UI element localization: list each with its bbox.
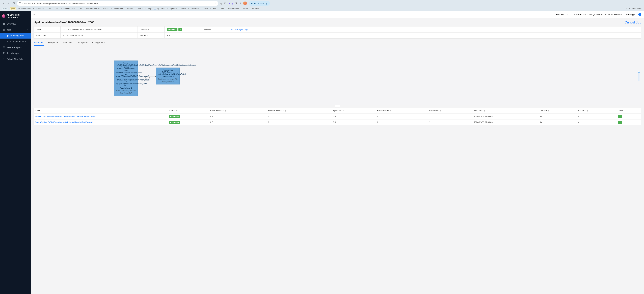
job-graph[interactable]: Source: KafkaIO.Read/KafkaIO.Read/KafkaI… [34, 48, 641, 105]
info-icon[interactable]: ⓘ [224, 2, 226, 5]
extensions-icon[interactable]: ⧩ [236, 2, 237, 5]
cell-para: 1 [428, 119, 472, 125]
bookmark-assurance[interactable]: assurance [111, 7, 123, 10]
bookmark-kb[interactable]: KB [53, 7, 58, 10]
folder-icon [46, 8, 48, 10]
col-br[interactable]: Bytes Received▲▼ [209, 108, 266, 114]
duration-label: Duration [138, 32, 164, 38]
slack-icon: ⁂ [61, 7, 63, 10]
graph-node-source[interactable]: Source: KafkaIO.Read/KafkaIO.Read/KafkaI… [114, 60, 138, 96]
col-status[interactable]: Status▲▼ [168, 108, 209, 114]
folder-icon [210, 8, 212, 10]
jm-log-link[interactable]: Job Manager Log [230, 28, 248, 31]
tab-configuration[interactable]: Configuration [92, 39, 106, 46]
bars-icon: ≣ [3, 28, 5, 31]
folder-icon [180, 8, 182, 10]
url-bar[interactable]: localhost:8081/#/job/running/6d37ec52649… [17, 1, 218, 6]
tab-checkpoints[interactable]: Checkpoints [76, 39, 88, 46]
graph-node-sink[interactable]: GroupById -> ToGBKResult -> writeToKafka… [156, 67, 180, 84]
sort-icon: ▲▼ [176, 110, 177, 112]
bookmark-cmx[interactable]: cmx [180, 7, 186, 10]
sidebar-item-completed-jobs[interactable]: ✓Completed Jobs [0, 38, 31, 44]
tab-exceptions[interactable]: Exceptions [47, 39, 59, 46]
zoom-thumb[interactable] [638, 71, 640, 73]
back-button[interactable] [2, 2, 5, 5]
cell-rs: 0 [376, 119, 428, 125]
finish-update-button[interactable]: Finish update⋮ [249, 1, 270, 6]
bookmark-kubernetes-io[interactable]: kubernetes.io [85, 7, 100, 10]
folder-icon [188, 8, 190, 10]
col-et[interactable]: End Time▲▼ [576, 108, 617, 114]
task-name-link[interactable]: Source: KafkaIO.Read/KafkaIO.Read/KafkaI… [35, 115, 98, 118]
task-name-link[interactable]: GroupById -> ToGBKResult -> writeToKafka… [35, 121, 96, 124]
bookmark-star-icon[interactable]: ☆ [215, 2, 217, 5]
ext1-icon[interactable]: ✦ [228, 2, 230, 5]
site-info-icon[interactable] [19, 2, 21, 4]
message-badge[interactable]: 1 [638, 13, 641, 16]
download-icon[interactable]: ⬇ [239, 2, 241, 5]
ext2-icon[interactable]: ▮ [232, 2, 234, 5]
sidebar-item-submit-job[interactable]: ⤴Submit New Job [0, 56, 31, 62]
status-badge: RUNNING [169, 121, 180, 124]
bookmark-bookmarks[interactable]: ★Bookmarks [18, 7, 31, 10]
dashboard-icon: ▦ [3, 23, 5, 25]
actions-label: Actions [202, 26, 228, 32]
all-bookmarks[interactable]: All Bookmarks [626, 7, 642, 10]
bookmark-pal[interactable]: pal [77, 7, 82, 10]
profile-avatar[interactable] [243, 1, 247, 5]
bookmark-tesserect[interactable]: tesserect [188, 7, 199, 10]
page-title: pipelinedatahandler-flink-1104060905-bac… [34, 21, 94, 24]
bookmark-kubernetes[interactable]: kubernetes [227, 7, 239, 10]
folder-icon [227, 8, 229, 10]
tasks-badge: 1 [618, 115, 622, 118]
bookmark-pill-pers[interactable]: pers [10, 7, 16, 10]
bookmark-cisco[interactable]: cisco [102, 7, 109, 10]
bookmark-my-portal[interactable]: My Portal [154, 7, 165, 10]
folder-icon [251, 8, 253, 10]
check-icon: ✓ [6, 40, 9, 43]
cell-rr: 0 [266, 119, 332, 125]
col-rs[interactable]: Records Sent▲▼ [376, 108, 428, 114]
tab-overview[interactable]: Overview [34, 39, 44, 46]
cancel-job-button[interactable]: Cancel Job [624, 20, 641, 24]
cell-st: 2024-11-03 22:09:08 [472, 114, 538, 119]
bookmark-java[interactable]: java [218, 7, 224, 10]
cell-et: – [576, 114, 617, 119]
portal-icon [154, 8, 156, 10]
col-para[interactable]: Parallelism▲▼ [428, 108, 472, 114]
col-rr[interactable]: Records Received▲▼ [266, 108, 332, 114]
col-bs[interactable]: Bytes Sent▲▼ [332, 108, 376, 114]
bookmark-personal[interactable]: personal [33, 7, 44, 10]
col-dur[interactable]: Duration▲▼ [538, 108, 576, 114]
sidebar-item-job-manager[interactable]: ⚒Job Manager [0, 50, 31, 56]
star-icon: ★ [18, 7, 20, 10]
bookmark-ndp[interactable]: ndp [146, 7, 152, 10]
jobid-value: 6d37ec526499b73a74c9ea445d041736 [60, 26, 138, 32]
bookmark-pill-todo[interactable]: todo [2, 7, 8, 10]
forward-button[interactable] [7, 2, 10, 5]
sidebar-item-overview[interactable]: ▦Overview [0, 21, 31, 27]
sidebar-item-task-managers[interactable]: ☰Task Managers [0, 44, 31, 50]
resize-handle[interactable]: ⋯ [335, 105, 340, 107]
bookmark-slackgoats[interactable]: ⁂SlackGOATs [61, 7, 75, 10]
bookmark-books[interactable]: books [251, 7, 259, 10]
col-st[interactable]: Start Time▲▼ [472, 108, 538, 114]
bookmark-tools[interactable]: tools [126, 7, 133, 10]
bookmark-wsa[interactable]: wsa [202, 7, 208, 10]
bookmark-apic-em[interactable]: apic-em [167, 7, 177, 10]
cell-dur: 9s [538, 114, 576, 119]
folder-icon [77, 8, 79, 10]
graph-edge [138, 76, 156, 76]
bookmark-kairos[interactable]: kairos [135, 7, 143, 10]
tab-timeline[interactable]: TimeLine [62, 39, 72, 46]
bookmark-data[interactable]: data [242, 7, 248, 10]
bookmark-wlc[interactable]: wlc [210, 7, 216, 10]
sidebar-item-jobs[interactable]: ≣Jobs⌃ [0, 27, 31, 33]
collapse-sidebar-icon[interactable]: ⇤ [34, 13, 36, 16]
bookmark-iu[interactable]: IU [46, 7, 51, 10]
reload-button[interactable] [12, 2, 15, 5]
history-icon[interactable]: ◷ [220, 2, 222, 5]
zoom-slider[interactable] [638, 71, 640, 81]
job-meta-table: Job ID 6d37ec526499b73a74c9ea445d041736 … [34, 26, 641, 38]
sidebar-item-running-jobs[interactable]: ◐Running Jobs [0, 33, 31, 38]
